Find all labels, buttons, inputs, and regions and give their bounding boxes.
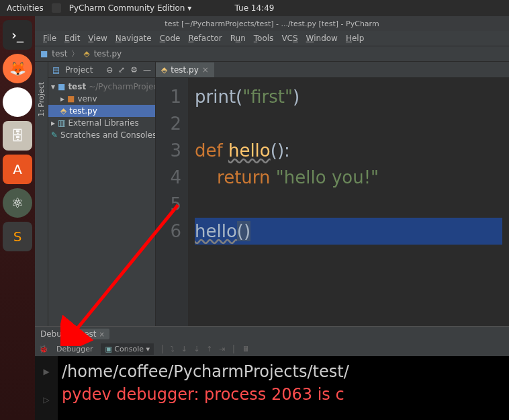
- python-file-icon: ⬘: [60, 106, 66, 116]
- dock-terminal-icon[interactable]: ›_: [3, 20, 32, 50]
- menu-navigate[interactable]: Navigate: [113, 32, 154, 44]
- crumb-file[interactable]: test.py: [94, 49, 122, 58]
- project-tool-button[interactable]: 1: Project: [35, 62, 48, 326]
- activities-button[interactable]: Activities: [7, 3, 44, 13]
- tree-label: test.py: [69, 106, 97, 116]
- collapse-icon[interactable]: ⊖: [106, 65, 113, 75]
- tree-venv[interactable]: ▸ ■ venv: [48, 93, 155, 105]
- project-header-label[interactable]: Project: [65, 65, 93, 75]
- chevron-down-icon: ▾: [51, 82, 55, 91]
- folder-icon: ■: [67, 94, 75, 103]
- console-icon: ▣: [105, 345, 111, 353]
- pycharm-window: test [~/PycharmProjects/test] - .../test…: [35, 16, 509, 420]
- project-tree[interactable]: ▾ ■ test ~/PycharmProjects ▸ ■ venv ⬘ te…: [48, 78, 155, 144]
- tree-label: venv: [77, 94, 97, 103]
- code-text[interactable]: print("first") def hello(): return "hell…: [188, 78, 509, 326]
- code-editor[interactable]: 123456 print("first") def hello(): retur…: [156, 78, 509, 326]
- rerun-icon[interactable]: ▶: [43, 360, 49, 383]
- tree-file-selected[interactable]: ⬘ test.py: [48, 105, 155, 117]
- stop-icon[interactable]: ▷: [43, 388, 49, 411]
- debug-run-tab[interactable]: test×: [77, 329, 109, 339]
- gear-icon[interactable]: ⚙: [130, 65, 138, 75]
- step-out-icon[interactable]: ↑: [204, 345, 214, 353]
- tree-external-libs[interactable]: ▸ ▥ External Libraries: [48, 117, 155, 129]
- menu-view[interactable]: View: [85, 32, 109, 44]
- chevron-right-icon: ▸: [51, 118, 55, 128]
- debug-panel: Debug: test× 🐞 Debugger ▣ Console ▾ │ ⤵ …: [35, 326, 509, 420]
- project-pane: ▤ Project ⊖ ⤢ ⚙ — ▾ ■ test ~/PycharmProj…: [48, 62, 156, 326]
- close-icon[interactable]: ×: [99, 331, 105, 338]
- dock-firefox-icon[interactable]: 🦊: [3, 54, 32, 83]
- folder-icon: ■: [58, 82, 65, 91]
- menu-vcs[interactable]: VCS: [279, 32, 300, 44]
- dropdown-icon[interactable]: ▾: [146, 345, 150, 353]
- pause-icon[interactable]: ⊘: [43, 417, 50, 420]
- step-over-icon[interactable]: ⤵: [169, 345, 177, 353]
- app-icon: [52, 3, 61, 13]
- separator-icon: │: [230, 345, 238, 353]
- tree-root[interactable]: ▾ ■ test ~/PycharmProjects: [48, 81, 155, 93]
- menu-code[interactable]: Code: [157, 32, 183, 44]
- python-file-icon: ⬘: [161, 65, 167, 75]
- chevron-right-icon: ▸: [60, 94, 64, 103]
- evaluate-icon[interactable]: 🖩: [240, 345, 252, 353]
- console-tab[interactable]: ▣ Console ▾: [101, 343, 154, 355]
- menu-bar: File Edit View Navigate Code Refactor Ru…: [35, 31, 509, 46]
- dock-files-icon[interactable]: 🗄: [3, 121, 32, 151]
- bug-icon[interactable]: 🐞: [39, 345, 48, 353]
- menu-refactor[interactable]: Refactor: [185, 32, 224, 44]
- dock-store-icon[interactable]: A: [3, 155, 32, 184]
- tree-root-path: ~/PycharmProjects: [89, 82, 155, 91]
- python-file-icon: ⬘: [83, 49, 89, 58]
- menu-tools[interactable]: Tools: [251, 32, 277, 44]
- line-gutter: 123456: [156, 78, 188, 326]
- editor-tab[interactable]: ⬘ test.py ×: [156, 62, 214, 77]
- project-header-icon: ▤: [52, 65, 60, 75]
- menu-edit[interactable]: Edit: [62, 32, 83, 44]
- debugger-tab[interactable]: Debugger: [52, 343, 97, 355]
- tree-scratches[interactable]: ✎ Scratches and Consoles: [48, 129, 155, 141]
- hide-icon[interactable]: —: [143, 65, 151, 75]
- run-to-cursor-icon[interactable]: ⇥: [217, 345, 227, 353]
- crumb-root[interactable]: test: [52, 49, 67, 58]
- menu-run[interactable]: Run: [228, 32, 248, 44]
- gnome-topbar: Activities PyCharm Community Edition ▾ T…: [0, 0, 509, 16]
- dock-atom-icon[interactable]: ⚛: [3, 188, 32, 218]
- menu-file[interactable]: File: [40, 32, 59, 44]
- scratch-icon: ✎: [51, 130, 58, 140]
- library-icon: ▥: [58, 118, 65, 128]
- tree-root-name: test: [68, 82, 86, 91]
- debug-label: Debug:: [40, 329, 70, 339]
- debug-console[interactable]: ▶ ▷ ⊘ ⇅ /home/coffee/PycharmProjects/tes…: [35, 356, 509, 420]
- close-icon[interactable]: ×: [202, 65, 209, 75]
- step-into-my-icon[interactable]: ⇣: [191, 345, 201, 353]
- separator-icon: │: [158, 345, 167, 353]
- folder-icon: ■: [40, 49, 48, 58]
- clock[interactable]: Tue 14:49: [235, 3, 275, 13]
- ubuntu-dock: ›_ 🦊 ◉ 🗄 A PC ⚛ S: [0, 16, 35, 420]
- console-line: /home/coffee/PycharmProjects/test/: [62, 360, 506, 383]
- app-menu[interactable]: PyCharm Community Edition ▾: [69, 3, 192, 13]
- step-into-icon[interactable]: ↓: [179, 345, 189, 353]
- tree-label: Scratches and Consoles: [60, 130, 155, 140]
- tree-label: External Libraries: [68, 118, 138, 128]
- expand-icon[interactable]: ⤢: [118, 65, 125, 75]
- window-title: test [~/PycharmProjects/test] - .../test…: [35, 16, 509, 31]
- crumb-sep: 〉: [71, 48, 79, 60]
- dock-chrome-icon[interactable]: ◉: [3, 87, 32, 117]
- menu-window[interactable]: Window: [304, 32, 340, 44]
- dock-sublime-icon[interactable]: S: [3, 222, 32, 251]
- tab-label: test.py: [171, 65, 199, 75]
- editor-area: ⬘ test.py × 123456 print("first") def he…: [156, 62, 509, 326]
- console-line-error: pydev debugger: process 2063 is c: [62, 383, 506, 406]
- menu-help[interactable]: Help: [343, 32, 367, 44]
- console-toolbar: ▶ ▷ ⊘ ⇅: [35, 356, 58, 420]
- breadcrumb[interactable]: ■ test 〉 ⬘ test.py: [35, 46, 509, 62]
- debug-step-icons: │ ⤵ ↓ ⇣ ↑ ⇥ │ 🖩: [158, 345, 252, 353]
